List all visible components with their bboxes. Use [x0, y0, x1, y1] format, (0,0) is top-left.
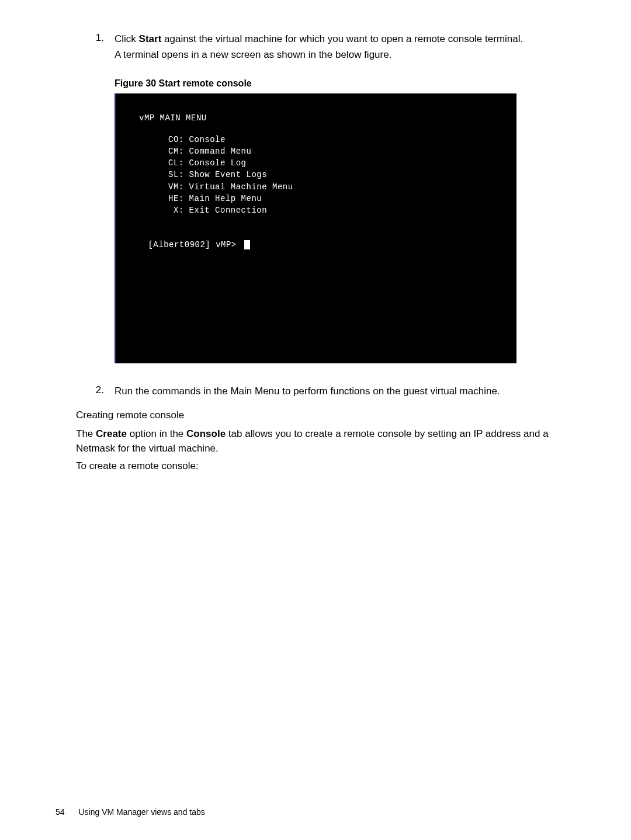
- terminal-menu-line: SL: Show Event Logs: [168, 169, 516, 181]
- step-number: 2.: [76, 384, 115, 399]
- step-2: 2. Run the commands in the Main Menu to …: [76, 384, 575, 399]
- terminal-menu-line: CL: Console Log: [168, 157, 516, 169]
- terminal-menu-line: X: Exit Connection: [168, 204, 516, 216]
- cursor-icon: [244, 240, 250, 249]
- terminal-menu-line: HE: Main Help Menu: [168, 193, 516, 204]
- page-content: 1. Click Start against the virtual machi…: [0, 0, 631, 840]
- step-text-line2: A terminal opens in a new screen as show…: [115, 48, 523, 63]
- paragraph: To create a remote console:: [76, 459, 575, 474]
- terminal-prompt: [Albert0902] vMP>: [117, 227, 516, 263]
- terminal-menu-line: CO: Console: [168, 134, 516, 145]
- figure-caption: Figure 30 Start remote console: [115, 78, 575, 89]
- terminal-menu-line: CM: Command Menu: [168, 145, 516, 157]
- start-keyword: Start: [139, 33, 162, 44]
- step-text: against the virtual machine for which yo…: [161, 33, 523, 44]
- para-text: The: [76, 428, 96, 439]
- step-number: 1.: [76, 32, 115, 62]
- step-1: 1. Click Start against the virtual machi…: [76, 32, 575, 62]
- paragraph: The Create option in the Console tab all…: [76, 427, 575, 456]
- terminal-menu-line: VM: Virtual Machine Menu: [168, 181, 516, 193]
- console-keyword: Console: [186, 428, 226, 439]
- page-footer: 54 Using VM Manager views and tabs: [56, 807, 205, 817]
- prompt-text: [Albert0902] vMP>: [148, 240, 241, 249]
- step-text: Run the commands in the Main Menu to per…: [115, 386, 500, 397]
- terminal-screenshot: vMP MAIN MENU CO: Console CM: Command Me…: [115, 93, 516, 363]
- sub-heading: Creating remote console: [76, 409, 575, 421]
- section-title: Using VM Manager views and tabs: [78, 807, 204, 817]
- step-text: Click: [115, 33, 139, 44]
- terminal-title: vMP MAIN MENU: [139, 112, 516, 124]
- page-number: 54: [56, 807, 65, 817]
- para-text: option in the: [127, 428, 186, 439]
- create-keyword: Create: [96, 428, 127, 439]
- step-body: Click Start against the virtual machine …: [115, 32, 523, 62]
- step-body: Run the commands in the Main Menu to per…: [115, 384, 500, 399]
